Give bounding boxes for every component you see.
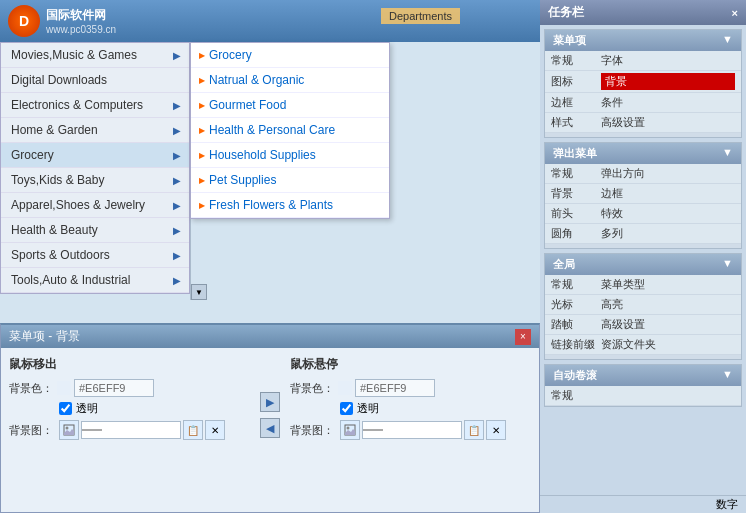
top-bar: D 国际软件网 www.pc0359.cn Departments: [0, 0, 540, 42]
arrow-icon: ▶: [173, 200, 181, 211]
bg-color-label: 背景色：: [9, 381, 57, 396]
dept-health[interactable]: Health & Beauty ▶: [1, 218, 189, 243]
global-row-regular[interactable]: 常规 菜单类型: [545, 275, 741, 295]
global-row-frame[interactable]: 踏帧 高级设置: [545, 315, 741, 335]
color-preview: [57, 381, 71, 395]
transparent-checkbox2[interactable]: [340, 402, 353, 415]
submenu-flowers[interactable]: Fresh Flowers & Plants: [191, 193, 389, 218]
submenu-natural[interactable]: Natrual & Organic: [191, 68, 389, 93]
menu-row-icon[interactable]: 图标 背景: [545, 71, 741, 93]
copy-icon-btn[interactable]: 📋: [183, 420, 203, 440]
transparent-row: 透明: [59, 401, 250, 416]
copy-right-btn[interactable]: ▶: [260, 392, 280, 412]
arrow-icon: ▶: [173, 50, 181, 61]
transparent-checkbox[interactable]: [59, 402, 72, 415]
dialog-close-btn[interactable]: ×: [515, 329, 531, 345]
site-url: www.pc0359.cn: [46, 24, 116, 35]
dept-movies[interactable]: Movies,Music & Games ▶: [1, 43, 189, 68]
taskbar-close-btn[interactable]: ×: [732, 7, 738, 19]
bg-color-input2[interactable]: [355, 379, 435, 397]
mouse-out-image-row: 背景图： 📋 ✕: [9, 420, 250, 440]
right-panel: 任务栏 × 菜单项 ▼ 常规 字体 图标 背景 边框 条件 样式 高级: [540, 0, 746, 513]
dept-grocery[interactable]: Grocery ▶: [1, 143, 189, 168]
popup-row-bg[interactable]: 背景 边框: [545, 184, 741, 204]
mouse-out-title: 鼠标移出: [9, 356, 250, 373]
color-preview2: [338, 381, 352, 395]
transparent-label: 透明: [76, 401, 98, 416]
clear-icon-btn[interactable]: ✕: [205, 420, 225, 440]
background-dialog: 菜单项 - 背景 × 鼠标移出 背景色： 透明: [0, 323, 540, 513]
arrow-icon: ▶: [173, 100, 181, 111]
svg-point-1: [66, 427, 69, 430]
popup-row-arrow[interactable]: 前头 特效: [545, 204, 741, 224]
mouse-over-section: 鼠标悬停 背景色： 透明 背景图：: [290, 356, 531, 444]
dept-tools[interactable]: Tools,Auto & Industrial ▶: [1, 268, 189, 293]
mouse-over-bg-row: 背景色：: [290, 379, 531, 397]
dept-home[interactable]: Home & Garden ▶: [1, 118, 189, 143]
dept-sports[interactable]: Sports & Outdoors ▶: [1, 243, 189, 268]
left-panel: D 国际软件网 www.pc0359.cn Departments Movies…: [0, 0, 540, 513]
global-section: 全局 ▼ 常规 菜单类型 光标 高亮 踏帧 高级设置 链接前缀 资源文件夹: [544, 253, 742, 360]
image-bar2: [362, 421, 462, 439]
dialog-title: 菜单项 - 背景: [9, 328, 80, 345]
dept-menu: Movies,Music & Games ▶ Digital Downloads…: [0, 42, 190, 294]
popup-row-regular[interactable]: 常规 弹出方向: [545, 164, 741, 184]
copy-left-btn[interactable]: ◀: [260, 418, 280, 438]
right-status-bar: 数字: [540, 495, 746, 513]
mouse-over-image-row: 背景图： 📋 ✕: [290, 420, 531, 440]
popup-section: 弹出菜单 ▼ 常规 弹出方向 背景 边框 前头 特效 圆角 多列: [544, 142, 742, 249]
submenu-grocery[interactable]: Grocery: [191, 43, 389, 68]
dialog-title-bar: 菜单项 - 背景 ×: [1, 325, 539, 348]
submenu-household[interactable]: Household Supplies: [191, 143, 389, 168]
arrow-icon: ▶: [173, 150, 181, 161]
taskbar-title: 任务栏 ×: [540, 0, 746, 25]
arrow-icon: ▶: [173, 125, 181, 136]
menu-section-header: 菜单项 ▼: [545, 30, 741, 51]
transparent-row2: 透明: [340, 401, 531, 416]
image-icon-btn2[interactable]: [340, 420, 360, 440]
submenu-health-personal[interactable]: Health & Personal Care: [191, 118, 389, 143]
popup-row-radius[interactable]: 圆角 多列: [545, 224, 741, 244]
arrow-center: ▶ ◀: [260, 356, 280, 444]
scroll-down-btn[interactable]: ▼: [191, 284, 207, 300]
dept-apparel[interactable]: Apparel,Shoes & Jewelry ▶: [1, 193, 189, 218]
autoscroll-section-header: 自动卷滚 ▼: [545, 365, 741, 386]
arrow-icon: ▶: [173, 175, 181, 186]
mouse-out-section: 鼠标移出 背景色： 透明 背景图：: [9, 356, 250, 444]
image-icon-btn[interactable]: [59, 420, 79, 440]
global-row-cursor[interactable]: 光标 高亮: [545, 295, 741, 315]
clear-icon-btn2[interactable]: ✕: [486, 420, 506, 440]
svg-point-3: [347, 427, 350, 430]
transparent-label2: 透明: [357, 401, 379, 416]
menu-item-section: 菜单项 ▼ 常规 字体 图标 背景 边框 条件 样式 高级设置: [544, 29, 742, 138]
image-label: 背景图：: [9, 423, 57, 438]
copy-icon-btn2[interactable]: 📋: [464, 420, 484, 440]
autoscroll-section: 自动卷滚 ▼ 常规: [544, 364, 742, 407]
menu-row-style[interactable]: 样式 高级设置: [545, 113, 741, 133]
dept-digital[interactable]: Digital Downloads: [1, 68, 189, 93]
dialog-content: 鼠标移出 背景色： 透明 背景图：: [1, 348, 539, 452]
dept-toys[interactable]: Toys,Kids & Baby ▶: [1, 168, 189, 193]
dept-label: Departments: [381, 8, 460, 24]
logo: D: [8, 5, 40, 37]
global-section-header: 全局 ▼: [545, 254, 741, 275]
global-row-link[interactable]: 链接前缀 资源文件夹: [545, 335, 741, 355]
dept-electronics[interactable]: Electronics & Computers ▶: [1, 93, 189, 118]
autoscroll-row-regular[interactable]: 常规: [545, 386, 741, 406]
submenu-gourmet[interactable]: Gourmet Food: [191, 93, 389, 118]
mouse-over-title: 鼠标悬停: [290, 356, 531, 373]
popup-section-header: 弹出菜单 ▼: [545, 143, 741, 164]
submenu-pet[interactable]: Pet Supplies: [191, 168, 389, 193]
menu-row-regular[interactable]: 常规 字体: [545, 51, 741, 71]
image-bar: [81, 421, 181, 439]
submenu: Grocery Natrual & Organic Gourmet Food H…: [190, 42, 390, 219]
mouse-out-bg-row: 背景色：: [9, 379, 250, 397]
arrow-icon: ▶: [173, 225, 181, 236]
arrow-icon: ▶: [173, 250, 181, 261]
menu-row-border[interactable]: 边框 条件: [545, 93, 741, 113]
bg-color-input[interactable]: [74, 379, 154, 397]
image-label2: 背景图：: [290, 423, 338, 438]
bg-color-label2: 背景色：: [290, 381, 338, 396]
arrow-icon: ▶: [173, 275, 181, 286]
site-title: 国际软件网: [46, 7, 116, 24]
